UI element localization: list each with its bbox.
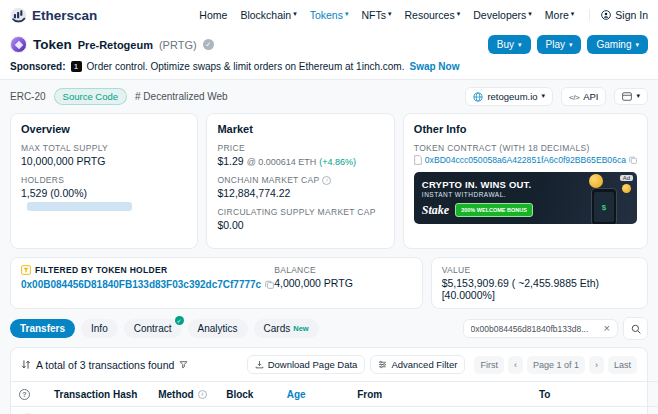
value-label: VALUE — [442, 265, 637, 275]
reputation-badge-icon[interactable] — [203, 39, 214, 50]
sort-icon[interactable] — [21, 359, 31, 370]
filter-icon[interactable] — [179, 360, 188, 369]
download-page-data-button[interactable]: Download Page Data — [247, 355, 366, 374]
holder-address-link[interactable]: 0x00B084456D81840FB133d83F03c392dc7Cf777… — [21, 279, 261, 290]
api-button[interactable]: API — [561, 87, 606, 106]
stake-ad-banner[interactable]: Ad CRYPTO IN. WINS OUT. INSTANT WITHDRAW… — [414, 172, 637, 224]
tab-analytics[interactable]: Analytics — [188, 319, 248, 338]
token-name: Pre-Retogeum — [78, 39, 153, 51]
ad-title: CRYPTO IN. WINS OUT. — [422, 179, 533, 190]
clear-search-icon[interactable] — [604, 323, 610, 334]
holders-value: 1,529 (0.00%) — [21, 187, 87, 199]
card-view-button[interactable] — [614, 88, 648, 105]
transactions-summary: A total of 3 transactions found — [36, 359, 174, 371]
erc20-label: ERC-20 — [10, 91, 46, 102]
col-transaction-hash: Transaction Hash — [46, 382, 150, 407]
page-title: Token — [33, 37, 72, 52]
sliders-icon — [378, 360, 387, 369]
tab-cards[interactable]: CardsNew — [254, 319, 319, 338]
code-icon — [569, 91, 579, 102]
col-age[interactable]: Age — [279, 382, 350, 407]
swap-now-link[interactable]: Swap Now — [409, 61, 459, 72]
ad-cta-button[interactable]: 200% WELCOME BONUS — [455, 203, 533, 217]
table-row: 0x71d8c3844d... Execute 24549952 13 days… — [11, 407, 658, 414]
pagination: First Page 1 of 1 Last — [474, 356, 637, 374]
info-icon[interactable] — [322, 176, 331, 185]
advanced-filter-button[interactable]: Advanced Filter — [370, 355, 465, 374]
search-input[interactable] — [471, 324, 599, 334]
contract-address-link[interactable]: 0xBD04ccc050058a6A422851fA6c0f92BB65EB06… — [425, 155, 626, 165]
col-method: Method — [158, 389, 194, 400]
market-title: Market — [217, 123, 383, 135]
buy-button[interactable]: Buy — [488, 35, 531, 54]
price-change: (+4.86%) — [319, 157, 356, 167]
contract-label: TOKEN CONTRACT (WITH 18 DECIMALS) — [414, 143, 637, 153]
pagination-prev-icon[interactable] — [508, 356, 523, 374]
pagination-last[interactable]: Last — [608, 356, 637, 374]
summary-cards: Overview MAX TOTAL SUPPLY 10,000,000 PRT… — [0, 112, 658, 249]
balance-label: BALANCE — [274, 265, 411, 275]
col-from: From — [349, 382, 495, 407]
market-cap-value: $12,884,774.22 — [217, 187, 383, 199]
nav-home[interactable]: Home — [199, 9, 227, 21]
nav-nfts[interactable]: NFTs — [361, 9, 391, 21]
price-usd: $1.29 — [217, 155, 243, 167]
filter-label: FILTERED BY TOKEN HOLDER — [35, 265, 167, 275]
filter-value-card: VALUE $5,153,909.69 ( ~2,455.9885 Eth) [… — [431, 257, 648, 309]
help-icon[interactable] — [19, 389, 30, 400]
nav-more[interactable]: More — [545, 9, 574, 21]
filter-holder-card: FILTERED BY TOKEN HOLDER 0x00B084456D818… — [10, 257, 423, 309]
overview-card: Overview MAX TOTAL SUPPLY 10,000,000 PRT… — [10, 113, 198, 249]
token-header: Token Pre-Retogeum (PRTG) Buy Play Gamin… — [0, 30, 658, 58]
person-icon — [601, 10, 611, 20]
sign-in-button[interactable]: Sign In — [589, 9, 648, 21]
etherscan-logo-icon — [10, 7, 27, 24]
decentralized-web-link[interactable]: # Decentralized Web — [135, 91, 228, 102]
card-stack-icon — [622, 92, 632, 101]
search-button[interactable] — [623, 317, 648, 340]
play-button[interactable]: Play — [537, 35, 582, 54]
token-logo — [10, 36, 27, 53]
filter-section: FILTERED BY TOKEN HOLDER 0x00B084456D818… — [0, 249, 658, 309]
pagination-first[interactable]: First — [474, 356, 504, 374]
tab-transfers[interactable]: Transfers — [10, 319, 75, 338]
sponsored-text: Order control. Optimize swaps & limit or… — [87, 61, 405, 72]
brand-name: Etherscan — [32, 8, 97, 23]
token-toolbar: ERC-20 Source Code # Decentralized Web r… — [0, 80, 658, 112]
etherscan-logo[interactable]: Etherscan — [10, 7, 97, 24]
value-amount: $5,153,909.69 ( ~2,455.9885 Eth) [40.000… — [442, 277, 637, 301]
nav-resources[interactable]: Resources — [404, 9, 460, 21]
nav-blockchain[interactable]: Blockchain — [240, 9, 296, 21]
nav-developers[interactable]: Developers — [473, 9, 532, 21]
globe-icon — [473, 92, 483, 102]
copy-icon[interactable] — [265, 280, 274, 289]
price-label: PRICE — [217, 143, 383, 153]
circ-cap-label: CIRCULATING SUPPLY MARKET CAP — [217, 207, 383, 217]
nav-tokens[interactable]: Tokens — [310, 9, 349, 21]
other-info-card: Other Info TOKEN CONTRACT (WITH 18 DECIM… — [403, 113, 648, 249]
filter-funnel-icon — [21, 265, 31, 275]
verified-check-icon — [175, 316, 184, 325]
source-code-badge[interactable]: Source Code — [54, 88, 127, 105]
tabs-bar: Transfers Info Contract Analytics CardsN… — [0, 309, 658, 347]
gaming-button[interactable]: Gaming — [587, 35, 648, 54]
ad-subtitle: INSTANT WITHDRAWAL. — [422, 191, 533, 198]
search-icon — [631, 324, 641, 334]
token-site-button[interactable]: retogeum.io — [465, 87, 553, 106]
tab-contract[interactable]: Contract — [124, 319, 182, 338]
holder-filter-search[interactable] — [463, 319, 618, 338]
copy-icon[interactable] — [629, 156, 637, 164]
info-icon[interactable] — [198, 390, 207, 399]
col-block: Block — [218, 382, 279, 407]
tab-info[interactable]: Info — [81, 319, 118, 338]
holders-label: HOLDERS — [21, 175, 187, 185]
main-nav: Home Blockchain Tokens NFTs Resources De… — [199, 9, 648, 21]
col-to: To — [531, 382, 658, 407]
token-symbol: (PRTG) — [159, 39, 197, 51]
sponsored-banner: Sponsored: Order control. Optimize swaps… — [0, 58, 658, 80]
price-eth: @ 0.000614 ETH — [247, 157, 317, 167]
sponsored-label: Sponsored: — [10, 61, 66, 72]
pagination-page-label: Page 1 of 1 — [527, 356, 585, 374]
other-info-title: Other Info — [414, 123, 637, 135]
pagination-next-icon[interactable] — [589, 356, 604, 374]
